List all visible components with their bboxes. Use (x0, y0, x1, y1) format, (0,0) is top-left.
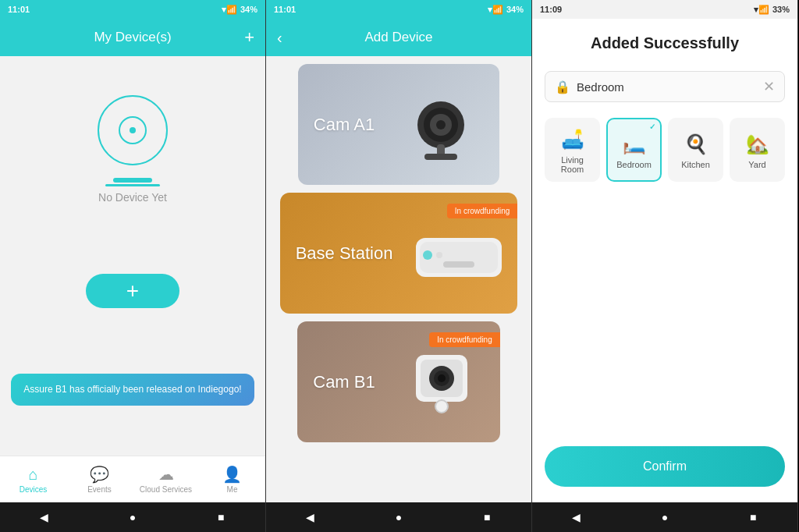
status-bar-1: 11:01 ▾📶 34% (0, 0, 265, 19)
confirm-button[interactable]: Confirm (545, 446, 785, 487)
screen2-phone: 11:01 ▾📶 34% ‹ Add Device Cam A1 (266, 0, 532, 532)
header-title-2: Add Device (365, 30, 433, 45)
device-icon-dot (130, 127, 136, 133)
nav-label-me: Me (227, 485, 238, 494)
android-bar-1: ◀ ● ■ (0, 502, 265, 532)
nav-item-me[interactable]: 👤 Me (199, 456, 265, 502)
svg-rect-8 (443, 261, 474, 268)
add-device-button[interactable]: + (244, 27, 254, 48)
spacer (545, 197, 785, 446)
android-home-1[interactable]: ● (124, 509, 141, 526)
device-card-base-station[interactable]: Base Station In crowdfunding (280, 193, 518, 314)
clear-input-button[interactable]: ✕ (763, 78, 775, 95)
notification-banner: Assure B1 has officially been released o… (11, 374, 254, 406)
nav-item-events[interactable]: 💬 Events (66, 456, 133, 502)
header-title-1: My Device(s) (94, 30, 171, 45)
device-list: Cam A1 Base Station In crowdfundin (266, 56, 531, 502)
room-card-yard[interactable]: 🏡 Yard (730, 118, 785, 182)
screen1-phone: 11:01 ▾📶 34% My Device(s) + No Device Ye… (0, 0, 266, 532)
yard-icon: 🏡 (746, 133, 769, 155)
add-icon: + (126, 278, 139, 303)
android-recent-3[interactable]: ■ (744, 509, 762, 526)
status-time-1: 11:01 (8, 5, 30, 14)
battery-3: 33% (772, 5, 790, 14)
wifi-icon: ▾📶 (222, 5, 237, 15)
screen1-body: No Device Yet + Assure B1 has officially… (0, 56, 265, 456)
notification-text: Assure B1 has officially been released o… (23, 384, 241, 395)
room-card-living-room[interactable]: 🛋️ Living Room (545, 118, 600, 182)
app-header-2: ‹ Add Device (266, 19, 531, 56)
home-icon: ⌂ (28, 466, 37, 484)
device-name-input-wrap[interactable]: 🔒 ✕ (545, 71, 785, 102)
status-time-3: 11:09 (540, 5, 562, 14)
bedroom-label: Bedroom (616, 160, 652, 169)
screen3-content: Added Successfully 🔒 ✕ 🛋️ Living Room 🛏️… (532, 19, 797, 502)
lock-icon: 🔒 (555, 80, 570, 94)
back-button-2[interactable]: ‹ (277, 29, 282, 47)
cam-a1-label: Cam A1 (298, 115, 390, 135)
cam-b1-label: Cam B1 (297, 372, 390, 392)
room-card-kitchen[interactable]: 🍳 Kitchen (668, 118, 723, 182)
kitchen-icon: 🍳 (684, 133, 708, 155)
android-home-3[interactable]: ● (656, 509, 673, 526)
android-back-3[interactable]: ◀ (568, 509, 585, 526)
wifi-icon-3: ▾📶 (754, 5, 769, 15)
cloud-icon: ☁ (158, 465, 174, 484)
android-recent-2[interactable]: ■ (478, 509, 495, 526)
status-bar-2: 11:01 ▾📶 34% (266, 0, 531, 19)
room-grid: 🛋️ Living Room 🛏️ Bedroom 🍳 Kitchen 🏡 Ya… (545, 118, 785, 182)
svg-point-15 (438, 374, 446, 382)
cam-a1-image (390, 74, 492, 176)
android-bar-3: ◀ ● ■ (532, 502, 797, 532)
svg-point-3 (436, 120, 446, 129)
android-home-2[interactable]: ● (390, 509, 407, 526)
bottom-nav-1: ⌂ Devices 💬 Events ☁ Cloud Services 👤 Me (0, 456, 265, 502)
room-card-bedroom[interactable]: 🛏️ Bedroom (606, 118, 662, 182)
nav-label-devices: Devices (20, 485, 48, 494)
person-icon: 👤 (222, 465, 242, 484)
add-device-big-button[interactable]: + (86, 274, 179, 308)
nav-label-cloud: Cloud Services (140, 485, 192, 494)
crowdfunding-badge-b1: In crowdfunding (429, 332, 500, 347)
kitchen-label: Kitchen (681, 160, 710, 169)
bedroom-icon: 🛏️ (623, 133, 646, 155)
device-placeholder-icon (98, 95, 168, 165)
device-card-cam-b1[interactable]: Cam B1 In crowdfunding (297, 321, 499, 442)
device-stand-base (105, 184, 160, 186)
nav-item-devices[interactable]: ⌂ Devices (0, 456, 66, 502)
app-header-1: My Device(s) + (0, 19, 265, 56)
battery-2: 34% (506, 5, 524, 14)
device-icon-inner (119, 116, 147, 144)
crowdfunding-badge-base: In crowdfunding (447, 204, 518, 218)
yard-label: Yard (748, 160, 765, 169)
status-time-2: 11:01 (274, 5, 296, 14)
device-stand (113, 178, 152, 183)
device-name-input[interactable] (577, 80, 763, 94)
nav-item-cloud[interactable]: ☁ Cloud Services (133, 456, 199, 502)
living-room-label: Living Room (549, 155, 595, 174)
status-bar-3: 11:09 ▾📶 33% (532, 0, 797, 19)
svg-rect-5 (424, 154, 457, 160)
svg-point-16 (435, 400, 448, 413)
base-station-label: Base Station (280, 243, 409, 264)
android-back-2[interactable]: ◀ (302, 509, 319, 526)
wifi-icon-2: ▾📶 (488, 5, 503, 15)
nav-label-events: Events (87, 485, 112, 494)
android-recent-1[interactable]: ■ (212, 509, 229, 526)
added-title: Added Successfully (545, 34, 785, 52)
battery-1: 34% (240, 5, 257, 14)
android-back-1[interactable]: ◀ (36, 509, 53, 526)
events-icon: 💬 (90, 465, 109, 484)
living-room-icon: 🛋️ (561, 129, 584, 151)
svg-point-9 (423, 250, 432, 260)
svg-point-10 (436, 252, 442, 258)
no-device-text: No Device Yet (98, 191, 167, 204)
device-card-cam-a1[interactable]: Cam A1 (298, 64, 499, 185)
android-bar-2: ◀ ● ■ (266, 502, 531, 532)
screen3-phone: 11:09 ▾📶 33% Added Successfully 🔒 ✕ 🛋️ L… (532, 0, 798, 532)
